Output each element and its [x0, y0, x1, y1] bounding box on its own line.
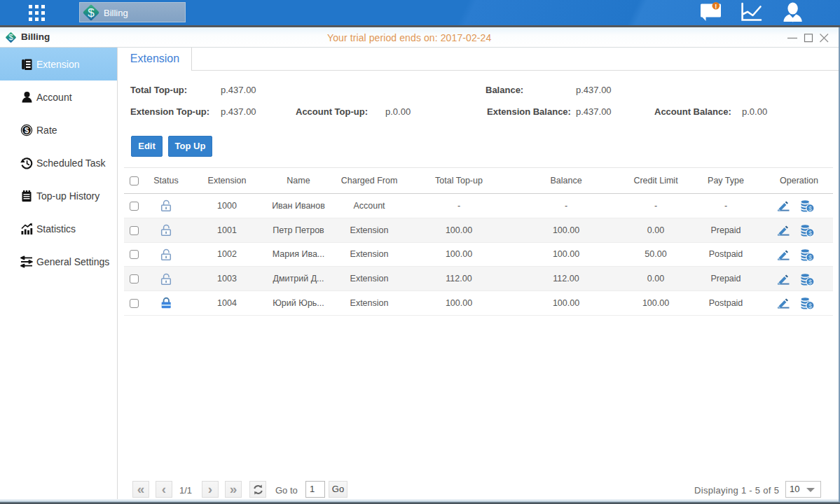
svg-text:!: !: [715, 2, 717, 10]
svg-text:$: $: [88, 6, 95, 20]
svg-text:$: $: [25, 126, 29, 134]
svg-text:$: $: [8, 33, 13, 41]
